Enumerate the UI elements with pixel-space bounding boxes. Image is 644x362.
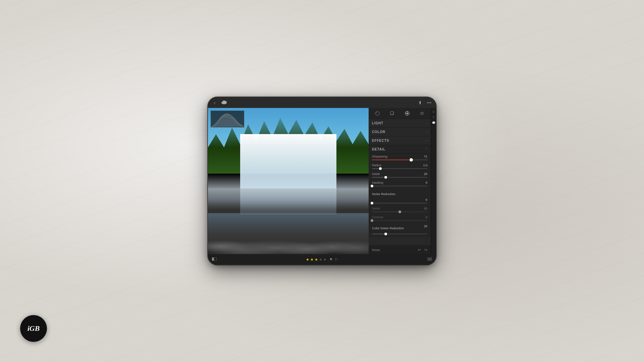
effects-arrow: ›: [426, 139, 427, 142]
light-label: LIGHT: [372, 121, 383, 125]
nr-detail-value: 50: [421, 207, 427, 210]
detail-slider-track[interactable]: [372, 177, 427, 178]
comment-icon-right[interactable]: 💬: [432, 121, 435, 124]
unflag-button[interactable]: ⚐: [335, 257, 338, 262]
contrast-value: 0: [421, 216, 427, 219]
detail-section-content: Sharpening 71 Radius 1.0: [369, 154, 431, 237]
sharpening-fill: [372, 160, 411, 160]
contrast-thumb[interactable]: [371, 219, 373, 222]
star-3[interactable]: ★: [315, 257, 318, 262]
bottom-actions: Reset ↩ ↪: [369, 245, 431, 254]
noise-reduction-header: Noise Reduction: [369, 189, 431, 197]
detail-slider-value: 25: [421, 172, 427, 176]
cnr-track[interactable]: [372, 234, 427, 234]
cnr-slider-row: [369, 231, 431, 237]
effects-section-header[interactable]: EFFECTS ›: [369, 136, 431, 145]
star-1[interactable]: ★: [306, 257, 309, 262]
cnr-fill: [372, 234, 386, 234]
back-button[interactable]: ‹: [211, 99, 218, 106]
star-2[interactable]: ★: [310, 257, 314, 262]
sharpening-track[interactable]: [372, 160, 427, 160]
masking-track[interactable]: [372, 186, 427, 186]
detail-tool-icon[interactable]: [419, 110, 425, 117]
color-section-header[interactable]: COLOR ›: [369, 128, 431, 136]
histogram-tool-icon[interactable]: [374, 110, 381, 117]
noise-reduction-thumb[interactable]: [371, 202, 373, 204]
flag-icons: ⚑ ⚐: [329, 257, 338, 262]
filmstrip-button[interactable]: [427, 257, 432, 261]
contrast-row: Contrast 0: [369, 215, 431, 223]
noise-reduction-label: Noise Reduction: [372, 192, 395, 196]
svg-rect-15: [212, 257, 214, 261]
detail-slider-thumb[interactable]: [384, 176, 387, 179]
info-icon-right[interactable]: ℹ: [433, 116, 434, 119]
nr-detail-thumb[interactable]: [398, 210, 401, 213]
bottom-toolbar: ★ ★ ★ ★ ★ ⚑ ⚐: [208, 254, 436, 265]
panel-content[interactable]: LIGHT › COLOR › EFFECTS › DETAIL ˅: [369, 119, 431, 245]
tool-icons-bar: [369, 108, 431, 119]
radius-row: Radius 1.0: [369, 163, 431, 171]
svg-rect-5: [390, 112, 393, 115]
color-arrow: ›: [426, 130, 427, 134]
cloud-button[interactable]: [221, 99, 227, 106]
undo-button[interactable]: ↩: [418, 248, 421, 252]
share-button[interactable]: ⬆: [417, 99, 423, 106]
flag-button[interactable]: ⚑: [329, 257, 333, 262]
igb-text: iGB: [28, 324, 40, 333]
masking-label: Masking: [372, 181, 383, 184]
star-rating: ★ ★ ★ ★ ★: [306, 257, 327, 262]
noise-reduction-track[interactable]: [372, 203, 427, 203]
detail-section-header[interactable]: DETAIL ˅: [369, 145, 431, 154]
sharpening-thumb[interactable]: [410, 158, 413, 162]
sidebar-toggle-btn[interactable]: [212, 257, 217, 261]
color-noise-reduction-label: Color Noise Reduction: [372, 226, 404, 230]
color-label: COLOR: [372, 130, 385, 134]
star-5[interactable]: ★: [323, 257, 327, 262]
more-button[interactable]: •••: [426, 99, 433, 106]
sharpening-value: 71: [421, 155, 427, 158]
nr-detail-track[interactable]: [372, 212, 427, 212]
nr-detail-fill: [372, 212, 400, 212]
svg-rect-16: [214, 257, 217, 261]
masking-label-row: Masking 0: [372, 181, 427, 184]
reset-button[interactable]: Reset: [372, 248, 380, 252]
svg-point-7: [407, 113, 408, 114]
nr-detail-label: Detail: [372, 207, 380, 210]
detail-label: DETAIL: [372, 147, 385, 151]
sharpening-accent: [427, 160, 427, 160]
svg-point-3: [223, 101, 225, 103]
star-4[interactable]: ★: [319, 257, 322, 262]
noise-reduction-slider-label-row: Noise Reduction 0: [372, 198, 427, 201]
radius-track[interactable]: [372, 168, 427, 169]
color-noise-reduction-value: 25: [424, 225, 427, 228]
adjust-icon-right[interactable]: ⊡: [432, 111, 435, 113]
radius-label-row: Radius 1.0: [372, 164, 427, 167]
noise-reduction-value: 0: [421, 198, 427, 201]
redo-button[interactable]: ↪: [424, 248, 427, 252]
adjust-tool-icon[interactable]: [404, 110, 411, 117]
top-bar: ‹ ⬆ •••: [208, 97, 436, 108]
histogram-overlay: [211, 111, 244, 127]
main-content: LIGHT › COLOR › EFFECTS › DETAIL ˅: [208, 108, 436, 254]
undo-redo-group: ↩ ↪: [418, 248, 427, 252]
contrast-label: Contrast: [372, 216, 383, 219]
masking-value: 0: [421, 181, 427, 184]
light-section-header[interactable]: LIGHT ›: [369, 119, 431, 128]
light-arrow: ›: [426, 122, 427, 125]
detail-slider-label-row: Detail 25: [372, 172, 427, 176]
contrast-track[interactable]: [372, 220, 427, 221]
sharpening-label-row: Sharpening 71: [372, 155, 427, 158]
radius-value: 1.0: [421, 164, 427, 167]
radius-label: Radius: [372, 164, 381, 167]
tablet-device: ‹ ⬆ •••: [208, 97, 436, 265]
radius-thumb[interactable]: [379, 167, 382, 170]
foreground-rocks: [208, 203, 369, 254]
right-panel: LIGHT › COLOR › EFFECTS › DETAIL ˅: [369, 108, 431, 254]
crop-tool-icon[interactable]: [389, 110, 395, 117]
detail-slider-fill: [372, 177, 386, 178]
cnr-thumb[interactable]: [384, 233, 387, 235]
waterfall-scene: [208, 108, 369, 254]
detail-slider-label: Detail: [372, 172, 380, 176]
detail-arrow: ˅: [426, 148, 427, 151]
masking-thumb[interactable]: [371, 185, 373, 187]
